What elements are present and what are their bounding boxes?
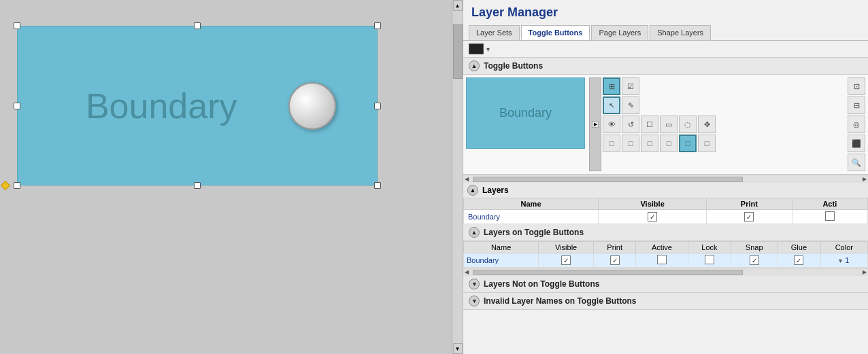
lot-row-active[interactable]: [636, 253, 688, 268]
lot-lock-checkbox[interactable]: [705, 255, 714, 264]
icon-row-4: □ □ □ □ □ □: [603, 135, 845, 152]
handle-top-left[interactable]: [14, 22, 20, 29]
icon-sq2[interactable]: □: [622, 135, 639, 152]
lot-col-active: Active: [636, 242, 688, 253]
handle-bottom-center[interactable]: [194, 182, 201, 189]
tab-page-layers[interactable]: Page Layers: [591, 25, 648, 40]
icon-rect[interactable]: ▭: [660, 116, 678, 133]
handle-bottom-right[interactable]: [374, 182, 381, 189]
icon-sq1[interactable]: □: [603, 135, 620, 152]
lot-color-indicator[interactable]: ▾ 1: [839, 256, 849, 264]
lot-row-lock[interactable]: [688, 253, 731, 268]
scroll-down-arrow[interactable]: ▼: [453, 343, 463, 354]
drag-handle[interactable]: ▶: [592, 121, 599, 128]
handle-top-right[interactable]: [374, 22, 381, 29]
scrollbar-thumb[interactable]: [453, 24, 463, 79]
horiz-scroll-left[interactable]: ◀: [465, 176, 469, 182]
tab-shape-layers[interactable]: Shape Layers: [650, 25, 711, 40]
visible-checkbox[interactable]: [648, 212, 657, 222]
tab-layer-sets[interactable]: Layer Sets: [469, 25, 520, 40]
lot-col-snap: Snap: [731, 242, 778, 253]
icon-move[interactable]: ✥: [698, 116, 716, 133]
icon-cursor[interactable]: ↖: [603, 96, 620, 114]
toggle-buttons-collapse[interactable]: ▲: [469, 60, 480, 71]
shape-label: Boundary: [86, 86, 237, 126]
middle-divider[interactable]: ▶: [589, 77, 601, 171]
side-icon-4[interactable]: ⬛: [848, 135, 865, 152]
lnot-collapse[interactable]: ▾: [469, 279, 480, 289]
lnot-label: Layers Not on Toggle Buttons: [484, 279, 599, 289]
icon-check-sq[interactable]: ☐: [641, 116, 658, 133]
color-swatch[interactable]: [469, 43, 484, 54]
canvas-scrollbar[interactable]: ▲ ▼: [452, 0, 463, 354]
handle-mid-right[interactable]: [374, 103, 381, 109]
boundary-shape[interactable]: Boundary: [17, 26, 378, 185]
layers-row-active[interactable]: [792, 210, 867, 224]
lot-row-print[interactable]: [594, 253, 636, 268]
lot-scroll-thumb[interactable]: [473, 270, 743, 275]
lot-col-color: Color: [820, 242, 867, 253]
icon-checkbox[interactable]: ☑: [622, 77, 639, 95]
horiz-scroll-thumb[interactable]: [473, 177, 743, 182]
icon-lasso[interactable]: ◌: [679, 116, 697, 133]
invalid-label: Invalid Layer Names on Toggle Buttons: [484, 296, 636, 306]
layers-col-active: Acti: [792, 198, 867, 210]
toggle-horiz-scroll[interactable]: ◀ ▶: [463, 175, 868, 183]
layers-content-area: ▲ Layers Name Visible Print Acti: [463, 183, 868, 224]
icon-sq6[interactable]: □: [698, 135, 716, 152]
scroll-up-arrow[interactable]: ▲: [453, 0, 463, 11]
layers-row-print[interactable]: [707, 210, 792, 224]
icon-row-2: ↖ ✎: [603, 96, 845, 114]
color-dropdown[interactable]: ▾: [839, 257, 842, 264]
lot-row-snap[interactable]: [731, 253, 778, 268]
layers-section-header: ▲ Layers: [463, 183, 868, 198]
lot-active-checkbox[interactable]: [657, 255, 667, 264]
icon-pencil[interactable]: ✎: [622, 96, 639, 114]
toggle-circle[interactable]: [288, 82, 336, 130]
canvas-area: Boundary ▲ ▼: [0, 0, 463, 354]
tab-bar: Layer Sets Toggle Buttons Page Layers Sh…: [463, 22, 868, 41]
side-icon-3[interactable]: ◎: [848, 116, 865, 133]
lot-scroll-left[interactable]: ◀: [465, 269, 469, 275]
lot-section-header: ▲ Layers on Toggle Buttons: [463, 224, 868, 241]
selected-shape[interactable]: Boundary: [17, 26, 378, 185]
lot-print-checkbox[interactable]: [610, 255, 620, 265]
print-checkbox[interactable]: [744, 212, 754, 222]
lot-row-color[interactable]: ▾ 1: [820, 253, 867, 268]
icon-sq4[interactable]: □: [660, 135, 678, 152]
lot-scroll-right[interactable]: ▶: [863, 269, 867, 275]
icon-sq3[interactable]: □: [641, 135, 658, 152]
side-icon-2[interactable]: ⊟: [848, 96, 865, 114]
color-dropdown-arrow[interactable]: ▾: [486, 46, 490, 53]
horiz-scroll-right[interactable]: ▶: [863, 176, 867, 182]
layers-collapse[interactable]: ▲: [467, 185, 478, 196]
lot-collapse[interactable]: ▲: [469, 227, 480, 238]
layers-row-visible[interactable]: [599, 210, 707, 224]
lot-visible-checkbox[interactable]: [561, 255, 571, 265]
lot-glue-checkbox[interactable]: [794, 255, 803, 265]
icon-sq5[interactable]: □: [679, 135, 697, 152]
icon-eye[interactable]: 👁: [603, 116, 620, 133]
layers-col-print: Print: [707, 198, 792, 210]
side-icons-col: ⊡ ⊟ ◎ ⬛ 🔍: [848, 77, 865, 171]
layers-row-boundary: Boundary: [464, 210, 868, 224]
icon-rotate[interactable]: ↺: [622, 116, 639, 133]
handle-diamond[interactable]: [1, 181, 10, 190]
invalid-collapse[interactable]: ▾: [469, 296, 480, 306]
handle-top-center[interactable]: [194, 22, 201, 29]
side-icon-5[interactable]: 🔍: [848, 154, 865, 171]
invalid-section-header: ▾ Invalid Layer Names on Toggle Buttons: [463, 293, 868, 310]
handle-mid-left[interactable]: [14, 103, 20, 109]
panel-scrollable[interactable]: ▲ Toggle Buttons Boundary ▶ ⊞ ☑ ↖: [463, 58, 868, 354]
icon-select[interactable]: ⊞: [603, 77, 620, 95]
lot-horiz-scroll[interactable]: ◀ ▶: [463, 268, 868, 276]
active-checkbox[interactable]: [825, 211, 835, 221]
side-icon-1[interactable]: ⊡: [848, 77, 865, 95]
handle-bottom-left[interactable]: [14, 182, 20, 189]
toggle-preview-label: Boundary: [499, 106, 552, 120]
lot-snap-checkbox[interactable]: [750, 255, 759, 265]
lot-row-visible[interactable]: [539, 253, 594, 268]
lnot-section-header: ▾ Layers Not on Toggle Buttons: [463, 276, 868, 293]
tab-toggle-buttons[interactable]: Toggle Buttons: [521, 25, 590, 40]
lot-row-glue[interactable]: [778, 253, 820, 268]
